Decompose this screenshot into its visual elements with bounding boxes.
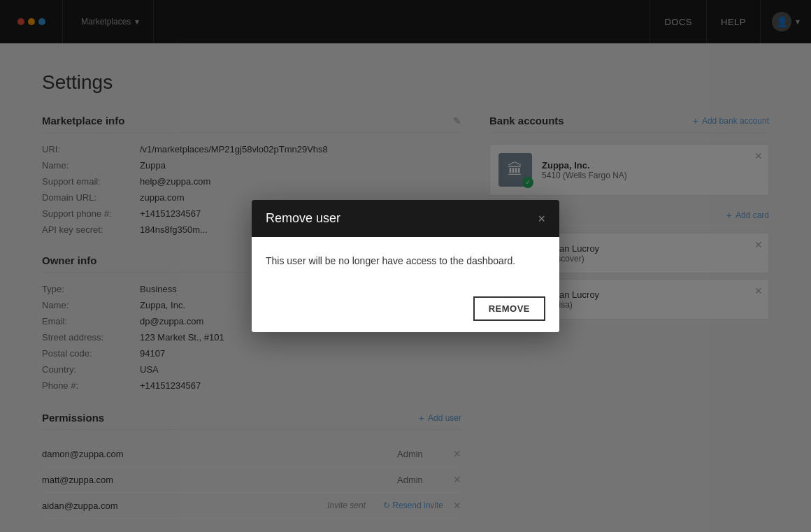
modal-body-text: This user will be no longer have access … <box>266 255 515 266</box>
modal-header: Remove user × <box>252 200 559 237</box>
modal-close-button[interactable]: × <box>538 213 545 225</box>
confirm-remove-button[interactable]: REMOVE <box>473 296 545 321</box>
modal-title: Remove user <box>266 211 340 226</box>
modal-body: This user will be no longer have access … <box>252 237 559 285</box>
modal-overlay[interactable]: Remove user × This user will be no longe… <box>0 0 811 532</box>
modal-footer: REMOVE <box>252 285 559 332</box>
remove-user-modal: Remove user × This user will be no longe… <box>252 200 559 332</box>
